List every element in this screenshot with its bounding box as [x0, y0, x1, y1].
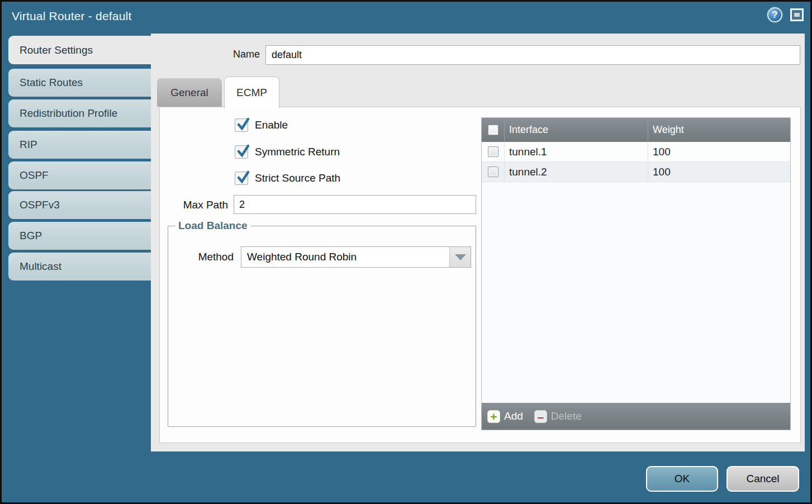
minus-icon: – [534, 410, 547, 423]
header-cell-select [482, 118, 505, 142]
load-balance-fieldset: Load Balance Method Weighted Round Robin [168, 220, 476, 427]
table-row[interactable]: tunnel.2 100 [482, 162, 790, 182]
help-icon[interactable]: ? [767, 7, 782, 22]
titlebar: Virtual Router - default ? [2, 2, 810, 34]
checkmark-icon [236, 170, 250, 185]
sidebar-item-ospfv3[interactable]: OSPFv3 [8, 191, 151, 219]
weight-cell[interactable]: 100 [648, 142, 790, 161]
ecmp-tab-panel: Enable Symmetric Return Strict Source Pa… [159, 107, 801, 443]
header-cell-weight: Weight [648, 118, 790, 142]
strict-source-path-checkbox-row: Strict Source Path [235, 172, 340, 185]
tab-general[interactable]: General [157, 78, 222, 107]
interface-weight-table: Interface Weight tunnel.1 100 tunnel.2 1… [481, 117, 791, 430]
window-restore-icon[interactable] [790, 8, 804, 21]
load-balance-legend: Load Balance [175, 220, 251, 232]
sidebar-item-ospf[interactable]: OSPF [8, 161, 151, 189]
interface-cell[interactable]: tunnel.1 [505, 142, 648, 161]
table-empty-area [482, 182, 790, 403]
row-checkbox[interactable] [488, 146, 498, 157]
method-label: Method [168, 251, 234, 263]
max-path-label: Max Path [160, 199, 228, 211]
checkmark-icon [236, 144, 250, 159]
symmetric-return-checkbox-row: Symmetric Return [235, 145, 340, 159]
ok-button[interactable]: OK [646, 466, 718, 492]
row-checkbox[interactable] [488, 167, 498, 177]
header-cell-interface: Interface [505, 118, 648, 142]
table-row[interactable]: tunnel.1 100 [482, 142, 790, 162]
method-dropdown[interactable]: Weighted Round Robin [241, 246, 471, 268]
cancel-button[interactable]: Cancel [726, 466, 799, 492]
weight-cell[interactable]: 100 [648, 162, 790, 182]
dialog-title: Virtual Router - default [12, 9, 132, 23]
enable-checkbox-row: Enable [235, 118, 288, 132]
symmetric-return-label: Symmetric Return [255, 146, 340, 158]
tab-ecmp[interactable]: ECMP [224, 77, 279, 108]
delete-button[interactable]: – Delete [534, 410, 582, 423]
chevron-down-icon[interactable] [449, 247, 471, 267]
checkmark-icon [236, 117, 250, 132]
strict-source-path-checkbox[interactable] [235, 172, 248, 185]
enable-checkbox[interactable] [235, 118, 248, 132]
sidebar-item-rip[interactable]: RIP [8, 131, 151, 159]
method-dropdown-value: Weighted Round Robin [241, 247, 449, 267]
add-button[interactable]: + Add [487, 410, 523, 423]
sidebar-item-multicast[interactable]: Multicast [8, 253, 151, 280]
interface-cell[interactable]: tunnel.2 [505, 162, 648, 182]
strict-source-path-label: Strict Source Path [255, 172, 340, 184]
method-row: Method Weighted Round Robin [168, 246, 476, 268]
content-area: Name General ECMP Enable Sym [151, 34, 805, 451]
select-all-checkbox[interactable] [488, 125, 498, 135]
enable-label: Enable [255, 119, 288, 131]
sidebar-item-router-settings[interactable]: Router Settings [8, 36, 151, 64]
virtual-router-dialog: Virtual Router - default ? Router Settin… [0, 0, 812, 504]
max-path-input[interactable] [234, 195, 476, 214]
plus-icon: + [487, 410, 500, 423]
name-input[interactable] [265, 45, 800, 65]
sidebar-item-redistribution-profile[interactable]: Redistribution Profile [8, 99, 151, 127]
sidebar-item-bgp[interactable]: BGP [8, 222, 151, 250]
table-header: Interface Weight [482, 118, 790, 142]
sidebar-item-static-routes[interactable]: Static Routes [8, 69, 151, 97]
name-label: Name [151, 49, 260, 60]
symmetric-return-checkbox[interactable] [235, 145, 248, 159]
table-toolbar: + Add – Delete [482, 403, 790, 430]
